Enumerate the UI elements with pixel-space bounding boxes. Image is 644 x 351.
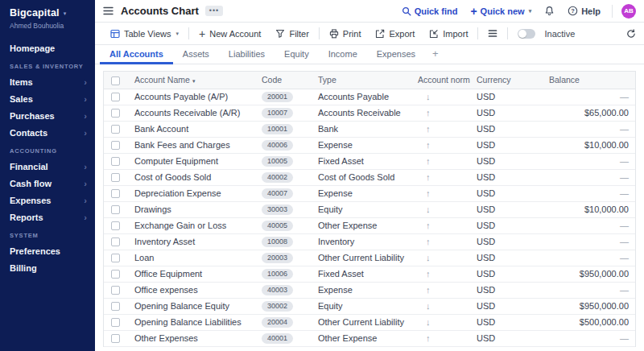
notifications-button[interactable] bbox=[544, 6, 555, 16]
sidebar-item-label: Expenses bbox=[10, 196, 51, 205]
row-checkbox[interactable] bbox=[111, 125, 120, 134]
cell-account-normal: ↑ bbox=[411, 185, 470, 201]
row-checkbox[interactable] bbox=[111, 221, 120, 230]
table-row[interactable]: Office Equipment10006Fixed Asset↑USD$950… bbox=[104, 266, 635, 282]
tab-assets[interactable]: Assets bbox=[173, 45, 219, 64]
sidebar-item-homepage[interactable]: Homepage bbox=[0, 39, 95, 56]
cell-type: Equity bbox=[312, 298, 411, 314]
code-badge: 30002 bbox=[262, 301, 293, 312]
plus-icon: + bbox=[199, 30, 205, 38]
sidebar-item-preferences[interactable]: Preferences bbox=[0, 242, 95, 259]
table-row[interactable]: Opening Balance Equity30002Equity↓USD$95… bbox=[104, 298, 635, 314]
brand-name: Bigcapital bbox=[10, 7, 60, 19]
row-checkbox[interactable] bbox=[111, 173, 120, 182]
hamburger-menu-icon[interactable] bbox=[103, 6, 114, 15]
sidebar-item-expenses[interactable]: Expenses› bbox=[0, 192, 95, 209]
row-checkbox[interactable] bbox=[111, 270, 120, 279]
cell-code: 40001 bbox=[255, 330, 312, 346]
cell-account-name: Opening Balance Liabilities bbox=[128, 314, 255, 330]
table-row[interactable]: Loan20003Other Current Liability↓USD— bbox=[104, 250, 635, 266]
row-checkbox[interactable] bbox=[111, 157, 120, 166]
quick-new-button[interactable]: + Quick new ▾ bbox=[470, 6, 531, 16]
user-avatar[interactable]: AB bbox=[621, 4, 636, 19]
row-checkbox[interactable] bbox=[111, 237, 120, 246]
tab-income[interactable]: Income bbox=[319, 45, 367, 64]
sidebar-item-sales[interactable]: Sales› bbox=[0, 90, 95, 107]
new-account-button[interactable]: + New Account bbox=[192, 25, 268, 43]
column-header-balance[interactable]: Balance bbox=[543, 72, 635, 89]
sidebar-section-label: ACCOUNTING bbox=[0, 141, 95, 158]
tab-all-accounts[interactable]: All Accounts bbox=[100, 45, 173, 64]
row-checkbox[interactable] bbox=[111, 109, 120, 118]
row-checkbox[interactable] bbox=[111, 205, 120, 214]
sidebar-item-reports[interactable]: Reports› bbox=[0, 209, 95, 225]
sidebar-item-billing[interactable]: Billing bbox=[0, 259, 95, 276]
filter-label: Filter bbox=[289, 29, 308, 39]
export-button[interactable]: Export bbox=[368, 25, 422, 43]
table-row[interactable]: Computer Equipment10005Fixed Asset↑USD— bbox=[104, 153, 635, 169]
table-row[interactable]: Drawings30003Equity↓USD$10,000.00 bbox=[104, 201, 635, 217]
sidebar-item-purchases[interactable]: Purchases› bbox=[0, 107, 95, 124]
code-badge: 40002 bbox=[262, 172, 293, 183]
toolbar: Table Views ▾ + New Account Filter Print… bbox=[95, 23, 644, 45]
column-header-account-name[interactable]: Account Name▾ bbox=[128, 72, 255, 89]
table-row[interactable]: Exchange Gain or Loss40005Other Expense↑… bbox=[104, 217, 635, 233]
sidebar-item-label: Reports bbox=[10, 213, 43, 222]
sidebar-item-label: Items bbox=[10, 77, 33, 87]
row-checkbox[interactable] bbox=[111, 93, 120, 101]
tab-liabilities[interactable]: Liabilities bbox=[219, 45, 275, 64]
print-button[interactable]: Print bbox=[322, 25, 369, 43]
import-button[interactable]: Import bbox=[422, 25, 475, 43]
organization-switcher[interactable]: Bigcapital ▾ bbox=[0, 7, 95, 19]
table-row[interactable]: Cost of Goods Sold40002Cost of Goods Sol… bbox=[104, 169, 635, 185]
row-checkbox[interactable] bbox=[111, 302, 120, 311]
sidebar-item-cash-flow[interactable]: Cash flow› bbox=[0, 175, 95, 192]
column-header-account-normal[interactable]: Account normal bbox=[411, 72, 470, 89]
column-header-currency[interactable]: Currency bbox=[470, 72, 543, 89]
row-density-button[interactable] bbox=[481, 25, 505, 43]
select-all-checkbox[interactable] bbox=[111, 76, 120, 85]
table-row[interactable]: Accounts Payable (A/P)20001Accounts Paya… bbox=[104, 89, 635, 105]
table-row[interactable]: Inventory Asset10008Inventory↑USD— bbox=[104, 233, 635, 250]
row-checkbox[interactable] bbox=[111, 334, 120, 343]
sidebar-item-contacts[interactable]: Contacts› bbox=[0, 124, 95, 141]
column-header-code[interactable]: Code bbox=[255, 72, 312, 89]
table-views-button[interactable]: Table Views ▾ bbox=[103, 25, 186, 43]
inactive-toggle[interactable] bbox=[518, 29, 535, 39]
table-icon bbox=[110, 29, 120, 39]
filter-button[interactable]: Filter bbox=[268, 25, 316, 43]
tab-equity[interactable]: Equity bbox=[275, 45, 319, 64]
chevron-right-icon: › bbox=[84, 112, 87, 120]
row-checkbox[interactable] bbox=[111, 254, 120, 262]
column-header-type[interactable]: Type bbox=[312, 72, 411, 89]
table-row[interactable]: Opening Balance Liabilities20004Other Cu… bbox=[104, 314, 635, 330]
table-row[interactable]: Bank Fees and Charges40006Expense↑USD$10… bbox=[104, 137, 635, 153]
row-checkbox[interactable] bbox=[111, 141, 120, 150]
sidebar-item-financial[interactable]: Financial› bbox=[0, 158, 95, 175]
cell-account-name: Exchange Gain or Loss bbox=[128, 217, 255, 233]
page-more-icon[interactable]: ••• bbox=[205, 6, 223, 16]
sidebar-item-items[interactable]: Items› bbox=[0, 73, 95, 90]
cell-code: 10006 bbox=[255, 266, 312, 282]
help-button[interactable]: ? Help bbox=[568, 6, 601, 16]
cell-type: Other Expense bbox=[312, 217, 411, 233]
table-row[interactable]: Other Expenses40001Other Expense↑USD— bbox=[104, 330, 635, 346]
add-tab-button[interactable]: + bbox=[425, 45, 446, 64]
row-checkbox[interactable] bbox=[111, 318, 120, 327]
refresh-button[interactable] bbox=[626, 29, 636, 39]
cell-type: Other Current Liability bbox=[312, 250, 411, 266]
table-row[interactable]: Bank Account10001Bank↑USD— bbox=[104, 121, 635, 137]
account-tabs: All AccountsAssetsLiabilitiesEquityIncom… bbox=[95, 45, 644, 64]
cell-code: 20003 bbox=[255, 250, 312, 266]
cell-account-normal: ↑ bbox=[411, 330, 470, 346]
table-row[interactable]: Depreciation Expense40007Expense↑USD— bbox=[104, 185, 635, 201]
table-views-label: Table Views bbox=[124, 29, 171, 39]
tab-expenses[interactable]: Expenses bbox=[367, 45, 425, 64]
table-row[interactable]: Accounts Receivable (A/R)10007Accounts R… bbox=[104, 105, 635, 121]
quick-find-button[interactable]: Quick find bbox=[402, 6, 458, 16]
row-checkbox[interactable] bbox=[111, 286, 120, 295]
svg-text:?: ? bbox=[571, 7, 575, 14]
table-row[interactable]: Office expenses40003Expense↑USD— bbox=[104, 282, 635, 298]
cell-type: Accounts Payable bbox=[312, 89, 411, 105]
row-checkbox[interactable] bbox=[111, 189, 120, 198]
